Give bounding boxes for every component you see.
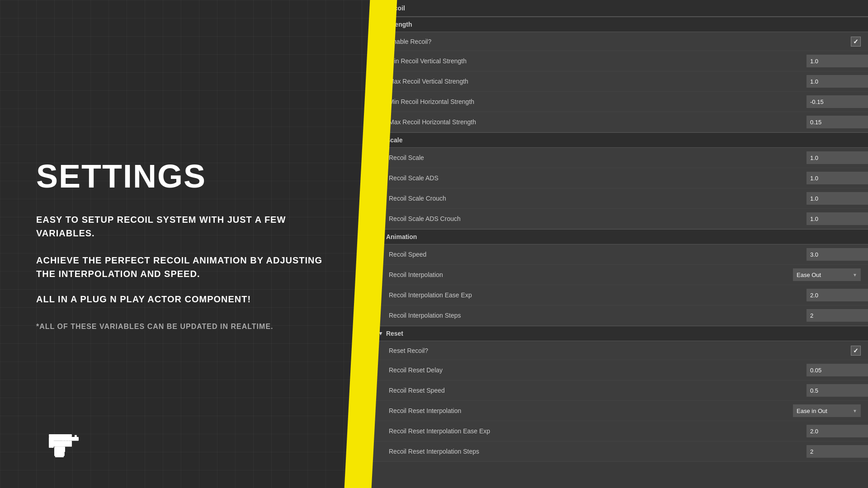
- input-min_recoil_horizontal[interactable]: [807, 95, 868, 108]
- prop-label-recoil_interp_steps: Recoil Interpolation Steps: [389, 312, 807, 319]
- prop-row-recoil_speed: Recoil Speed: [371, 244, 868, 265]
- desc-3: ALL IN A PLUG N PLAY ACTOR COMPONENT!: [36, 294, 335, 305]
- page-title: SETTINGS: [36, 158, 335, 195]
- prop-label-min_recoil_horizontal: Min Recoil Horizontal Strength: [389, 98, 807, 105]
- prop-label-recoil_reset_delay: Recoil Reset Delay: [389, 366, 807, 374]
- input-recoil_reset_interp_ease_exp[interactable]: [807, 425, 868, 437]
- prop-row-enable_recoil: Enable Recoil?: [371, 32, 868, 51]
- prop-label-recoil_interpolation: Recoil Interpolation: [389, 271, 793, 278]
- prop-row-recoil_reset_speed: Recoil Reset Speed: [371, 380, 868, 401]
- svg-rect-5: [49, 440, 54, 448]
- prop-label-recoil_reset_interp_ease_exp: Recoil Reset Interpolation Ease Exp: [389, 427, 807, 435]
- prop-label-recoil_reset_interpolation: Recoil Reset Interpolation: [389, 407, 793, 414]
- value-container-recoil_reset_speed: [807, 384, 861, 397]
- prop-label-reset_recoil: Reset Recoil?: [389, 347, 851, 354]
- value-container-recoil_scale_ads_crouch: [807, 212, 861, 225]
- realtime-note: *ALL OF THESE VARIABLES CAN BE UPDATED I…: [36, 323, 335, 331]
- prop-label-recoil_scale: Recoil Scale: [389, 154, 807, 161]
- value-container-min_recoil_vertical: [807, 55, 861, 67]
- section-title-reset: Reset: [386, 330, 403, 337]
- svg-rect-9: [68, 441, 69, 446]
- prop-row-min_recoil_horizontal: Min Recoil Horizontal Strength: [371, 92, 868, 112]
- svg-rect-4: [54, 447, 65, 456]
- prop-label-recoil_speed: Recoil Speed: [389, 251, 807, 258]
- svg-rect-6: [55, 455, 64, 457]
- svg-rect-7: [62, 441, 64, 446]
- value-container-recoil_reset_delay: [807, 364, 861, 376]
- input-recoil_scale_ads_crouch[interactable]: [807, 212, 868, 225]
- dropdown-value-recoil_interpolation: Ease Out: [797, 272, 821, 278]
- desc-2: ACHIEVE THE PERFECT RECOIL ANIMATION BY …: [36, 253, 335, 281]
- main-section-header: ▼ Recoil: [371, 0, 868, 17]
- input-recoil_scale_ads[interactable]: [807, 172, 868, 184]
- checkbox-container-reset_recoil[interactable]: [851, 346, 861, 356]
- dropdown-recoil_interpolation[interactable]: Ease Out ▼: [793, 268, 861, 281]
- section-header-scale[interactable]: ▼ Scale: [371, 132, 868, 148]
- input-recoil_interp_steps[interactable]: [807, 309, 868, 322]
- dropdown-arrow-recoil_reset_interpolation: ▼: [853, 408, 857, 413]
- svg-rect-8: [65, 441, 66, 446]
- prop-row-recoil_scale_crouch: Recoil Scale Crouch: [371, 188, 868, 209]
- value-container-recoil_scale_crouch: [807, 192, 861, 205]
- prop-label-recoil_reset_speed: Recoil Reset Speed: [389, 387, 807, 394]
- value-container-max_recoil_vertical: [807, 75, 861, 88]
- value-container-recoil_interp_steps: [807, 309, 861, 322]
- prop-row-recoil_reset_interp_ease_exp: Recoil Reset Interpolation Ease Exp: [371, 421, 868, 441]
- prop-row-recoil_interp_ease_exp: Recoil Interpolation Ease Exp: [371, 285, 868, 305]
- gun-icon: [27, 423, 81, 461]
- input-recoil_reset_delay[interactable]: [807, 364, 868, 376]
- prop-row-recoil_interpolation: Recoil Interpolation Ease Out ▼: [371, 265, 868, 285]
- svg-rect-2: [49, 434, 72, 437]
- dropdown-recoil_reset_interpolation[interactable]: Ease in Out ▼: [793, 404, 861, 417]
- prop-label-enable_recoil: Enable Recoil?: [389, 38, 851, 45]
- input-recoil_scale_crouch[interactable]: [807, 192, 868, 205]
- prop-label-recoil_scale_ads: Recoil Scale ADS: [389, 174, 807, 182]
- value-container-max_recoil_horizontal: [807, 116, 861, 128]
- prop-row-recoil_reset_interpolation: Recoil Reset Interpolation Ease in Out ▼: [371, 401, 868, 421]
- dropdown-arrow-recoil_interpolation: ▼: [853, 272, 857, 277]
- checkbox-reset_recoil[interactable]: [851, 346, 861, 356]
- input-recoil_scale[interactable]: [807, 151, 868, 164]
- input-recoil_interp_ease_exp[interactable]: [807, 289, 868, 301]
- sections-container: ▼ Strength Enable Recoil?Min Recoil Vert…: [371, 17, 868, 462]
- checkbox-enable_recoil[interactable]: [851, 37, 861, 47]
- prop-label-recoil_scale_crouch: Recoil Scale Crouch: [389, 195, 807, 202]
- prop-label-min_recoil_vertical: Min Recoil Vertical Strength: [389, 57, 807, 65]
- dropdown-value-recoil_reset_interpolation: Ease in Out: [797, 408, 827, 414]
- prop-label-max_recoil_vertical: Max Recoil Vertical Strength: [389, 78, 807, 85]
- left-panel: SETTINGS EASY TO SETUP RECOIL SYSTEM WIT…: [0, 0, 371, 488]
- value-container-recoil_scale: [807, 151, 861, 164]
- prop-row-recoil_scale_ads: Recoil Scale ADS: [371, 168, 868, 188]
- prop-label-recoil_scale_ads_crouch: Recoil Scale ADS Crouch: [389, 215, 807, 222]
- prop-row-max_recoil_vertical: Max Recoil Vertical Strength: [371, 71, 868, 92]
- value-container-min_recoil_horizontal: [807, 95, 861, 108]
- input-recoil_reset_interp_steps[interactable]: [807, 445, 868, 458]
- prop-row-reset_recoil: Reset Recoil?: [371, 341, 868, 360]
- prop-row-max_recoil_horizontal: Max Recoil Horizontal Strength: [371, 112, 868, 132]
- prop-label-recoil_interp_ease_exp: Recoil Interpolation Ease Exp: [389, 291, 807, 299]
- prop-row-recoil_reset_interp_steps: Recoil Reset Interpolation Steps: [371, 441, 868, 462]
- section-header-reset[interactable]: ▼ Reset: [371, 326, 868, 341]
- value-container-recoil_reset_interp_steps: [807, 445, 861, 458]
- value-container-recoil_reset_interp_ease_exp: [807, 425, 861, 437]
- input-min_recoil_vertical[interactable]: [807, 55, 868, 67]
- prop-row-recoil_scale: Recoil Scale: [371, 148, 868, 168]
- right-panel[interactable]: ▼ Recoil ▼ Strength Enable Recoil?Min Re…: [371, 0, 868, 488]
- prop-row-recoil_reset_delay: Recoil Reset Delay: [371, 360, 868, 380]
- section-title-animation: Animation: [386, 233, 417, 240]
- value-container-recoil_speed: [807, 248, 861, 261]
- checkbox-container-enable_recoil[interactable]: [851, 37, 861, 47]
- section-header-strength[interactable]: ▼ Strength: [371, 17, 868, 32]
- input-max_recoil_horizontal[interactable]: [807, 116, 868, 128]
- value-container-recoil_interp_ease_exp: [807, 289, 861, 301]
- input-max_recoil_vertical[interactable]: [807, 75, 868, 88]
- prop-row-min_recoil_vertical: Min Recoil Vertical Strength: [371, 51, 868, 71]
- svg-rect-1: [75, 435, 77, 437]
- input-recoil_reset_speed[interactable]: [807, 384, 868, 397]
- prop-row-recoil_scale_ads_crouch: Recoil Scale ADS Crouch: [371, 209, 868, 229]
- section-header-animation[interactable]: ▼ Animation: [371, 229, 868, 244]
- desc-1: EASY TO SETUP RECOIL SYSTEM WITH JUST A …: [36, 213, 335, 240]
- prop-label-recoil_reset_interp_steps: Recoil Reset Interpolation Steps: [389, 448, 807, 455]
- input-recoil_speed[interactable]: [807, 248, 868, 261]
- value-container-recoil_scale_ads: [807, 172, 861, 184]
